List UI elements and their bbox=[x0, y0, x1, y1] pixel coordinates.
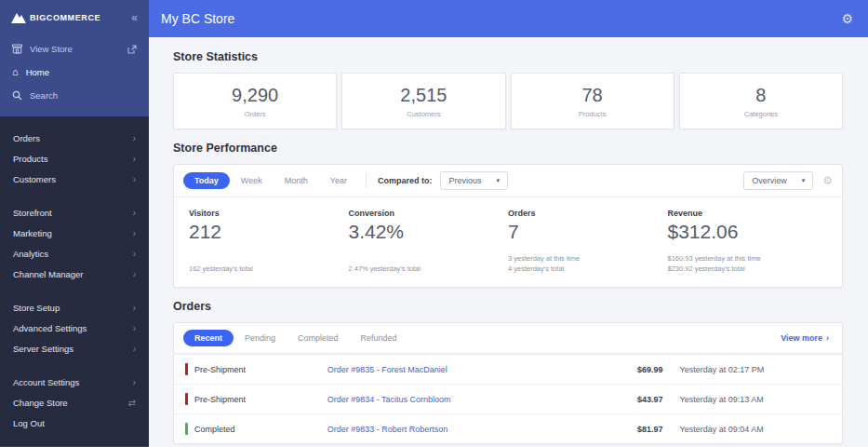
order-status: Pre-Shipment bbox=[194, 395, 246, 404]
sidebar-item-channel-manager[interactable]: Channel Manager› bbox=[0, 264, 149, 284]
sidebar-item-marketing[interactable]: Marketing› bbox=[0, 223, 149, 243]
order-date: Yesterday at 02:17 PM bbox=[663, 365, 831, 374]
orders-toolbar: Recent Pending Completed Refunded View m… bbox=[174, 323, 842, 354]
view-more-link[interactable]: View more › bbox=[781, 333, 829, 343]
metric-conversion: Conversion 3.42% 2.47% yesterday's total bbox=[349, 209, 509, 275]
swap-icon: ⇄ bbox=[128, 398, 136, 408]
order-date: Yesterday at 09:13 AM bbox=[663, 395, 831, 404]
menu-group: Orders› Products› Customers› bbox=[0, 128, 149, 189]
sidebar-item-search[interactable]: Search bbox=[0, 84, 149, 107]
sidebar-item-server-settings[interactable]: Server Settings› bbox=[0, 338, 149, 359]
sidebar-item-home[interactable]: ⌂ Home bbox=[0, 61, 149, 84]
status-color-bar bbox=[185, 393, 188, 405]
stat-card-customers: 2,515 Customers bbox=[341, 73, 505, 129]
compared-to-value: Previous bbox=[448, 176, 481, 185]
order-link[interactable]: Order #9833 - Robert Robertson bbox=[327, 425, 586, 434]
metric-subtext: $230.92 yesterday's total bbox=[668, 264, 828, 275]
metric-subtext: 3 yesterday at this time bbox=[508, 253, 668, 264]
tab-pending[interactable]: Pending bbox=[234, 330, 287, 346]
sidebar-item-store-setup[interactable]: Store Setup› bbox=[0, 297, 149, 318]
order-date: Yesterday at 09:04 AM bbox=[663, 425, 831, 434]
stat-card-orders: 9,290 Orders bbox=[173, 73, 337, 129]
stat-label: Categories bbox=[680, 110, 842, 118]
sidebar-item-label: Search bbox=[30, 90, 58, 101]
store-performance-card: Today Week Month Year Compared to: Previ… bbox=[173, 164, 843, 288]
store-performance-heading: Store Performance bbox=[173, 142, 843, 155]
sidebar-item-label: Home bbox=[26, 67, 49, 77]
metric-revenue: Revenue $312.06 $160.93 yesterday at thi… bbox=[668, 209, 828, 275]
sidebar-item-orders[interactable]: Orders› bbox=[0, 128, 149, 148]
menu-group: Store Setup› Advanced Settings› Server S… bbox=[0, 297, 149, 359]
bigcommerce-logo: BIGCOMMERCE bbox=[11, 12, 100, 23]
chevron-right-icon: › bbox=[133, 344, 136, 354]
sidebar-collapse-icon[interactable]: « bbox=[131, 11, 138, 24]
sidebar-item-log-out[interactable]: Log Out bbox=[0, 413, 149, 433]
sidebar-item-customers[interactable]: Customers› bbox=[0, 169, 149, 189]
order-status: Pre-Shipment bbox=[194, 365, 246, 374]
sidebar-item-label: Advanced Settings bbox=[13, 323, 87, 333]
main-area: My BC Store ⚙ Store Statistics 9,290 Ord… bbox=[149, 0, 868, 447]
overview-value: Overview bbox=[752, 176, 787, 185]
orders-card: Recent Pending Completed Refunded View m… bbox=[173, 322, 843, 444]
metric-visitors: Visitors 212 162 yesterday's total bbox=[189, 209, 349, 275]
sidebar-item-label: Storefront bbox=[13, 208, 52, 218]
order-row[interactable]: Pre-Shipment Order #9835 - Forest MacDan… bbox=[174, 354, 842, 384]
order-price: $81.97 bbox=[585, 425, 662, 434]
tab-week[interactable]: Week bbox=[230, 172, 274, 189]
tab-completed[interactable]: Completed bbox=[287, 330, 350, 346]
view-more-label: View more bbox=[781, 333, 822, 343]
stat-value: 9,290 bbox=[174, 85, 336, 106]
sidebar-item-change-store[interactable]: Change Store⇄ bbox=[0, 392, 149, 413]
status-color-bar bbox=[185, 363, 188, 375]
metric-label: Visitors bbox=[189, 209, 349, 218]
metric-subtext: 2.47% yesterday's total bbox=[349, 264, 509, 275]
sidebar-item-storefront[interactable]: Storefront› bbox=[0, 202, 149, 223]
chevron-right-icon: › bbox=[133, 249, 136, 259]
metric-subtext: $160.93 yesterday at this time bbox=[668, 253, 828, 264]
overview-select[interactable]: Overview ▾ bbox=[743, 171, 813, 190]
sidebar-item-account-settings[interactable]: Account Settings› bbox=[0, 372, 149, 392]
tab-month[interactable]: Month bbox=[274, 172, 319, 189]
compared-to-label: Compared to: bbox=[378, 176, 433, 185]
sidebar-item-label: Analytics bbox=[13, 249, 48, 259]
performance-toolbar: Today Week Month Year Compared to: Previ… bbox=[174, 165, 842, 197]
toolbar-divider bbox=[366, 173, 367, 188]
status-color-bar bbox=[185, 423, 188, 435]
order-price: $69.99 bbox=[585, 365, 662, 374]
chevron-right-icon: › bbox=[133, 269, 136, 279]
sidebar-item-analytics[interactable]: Analytics› bbox=[0, 243, 149, 264]
sidebar-item-label: Products bbox=[13, 154, 48, 164]
metric-subtext: 162 yesterday's total bbox=[189, 264, 349, 275]
store-statistics-row: 9,290 Orders 2,515 Customers 78 Products… bbox=[173, 73, 843, 129]
sidebar-item-label: Marketing bbox=[13, 228, 52, 238]
tab-today[interactable]: Today bbox=[183, 172, 230, 189]
menu-group: Account Settings› Change Store⇄ Log Out bbox=[0, 372, 149, 433]
sidebar-item-label: Change Store bbox=[13, 398, 68, 408]
content: Store Statistics 9,290 Orders 2,515 Cust… bbox=[149, 37, 868, 444]
page-title: My BC Store bbox=[161, 11, 234, 26]
order-link[interactable]: Order #9835 - Forest MacDaniel bbox=[327, 365, 586, 374]
order-row[interactable]: Pre-Shipment Order #9834 - Tacitus Cornb… bbox=[174, 384, 842, 413]
store-statistics-heading: Store Statistics bbox=[173, 50, 843, 63]
sidebar-item-label: Account Settings bbox=[13, 377, 79, 387]
order-row[interactable]: Completed Order #9833 - Robert Robertson… bbox=[174, 413, 842, 443]
stat-label: Products bbox=[512, 110, 674, 118]
sidebar-item-view-store[interactable]: View Store bbox=[0, 37, 149, 61]
sidebar-item-products[interactable]: Products› bbox=[0, 148, 149, 169]
order-link[interactable]: Order #9834 - Tacitus Cornbloom bbox=[327, 395, 586, 404]
sidebar-item-label: Store Setup bbox=[13, 303, 60, 313]
sidebar-item-label: View Store bbox=[30, 44, 73, 54]
tab-recent[interactable]: Recent bbox=[183, 330, 234, 346]
metric-subtext: 4 yesterday's total bbox=[508, 264, 668, 275]
store-icon bbox=[12, 44, 22, 54]
settings-gear-icon[interactable]: ⚙ bbox=[841, 11, 853, 26]
sidebar-item-advanced-settings[interactable]: Advanced Settings› bbox=[0, 318, 149, 338]
performance-settings-gear-icon[interactable]: ⚙ bbox=[822, 174, 833, 187]
tab-refunded[interactable]: Refunded bbox=[350, 330, 408, 346]
compared-to-select[interactable]: Previous ▾ bbox=[440, 171, 508, 190]
external-link-icon bbox=[127, 45, 137, 54]
metric-value: 7 bbox=[508, 221, 668, 243]
chevron-right-icon: › bbox=[133, 323, 136, 333]
tab-year[interactable]: Year bbox=[319, 172, 358, 189]
top-header: My BC Store ⚙ bbox=[149, 0, 868, 37]
